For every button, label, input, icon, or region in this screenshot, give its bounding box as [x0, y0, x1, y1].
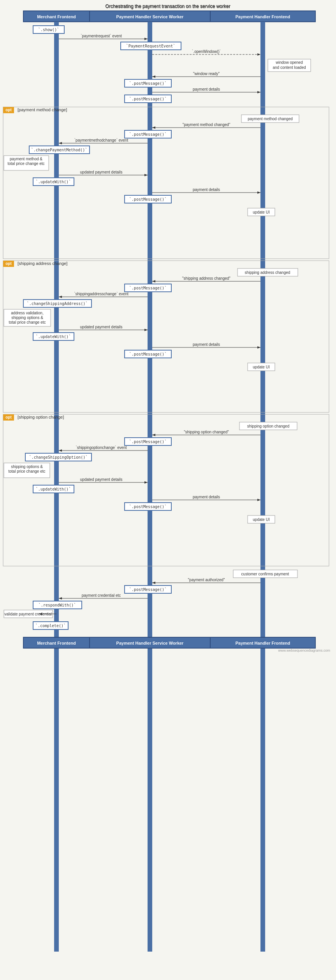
opt1-badge-label: opt [5, 108, 12, 112]
opt1-section-label: [payment method change] [18, 107, 67, 112]
so-changed-label: "shipping option changed" [184, 430, 229, 434]
so-postmessage-label: `.postMessage()` [129, 440, 167, 444]
window-opened-line1: window opened [275, 60, 303, 65]
updatewith-1-label: `.updateWith()` [36, 180, 71, 184]
update-ui-1-label: update UI [253, 210, 269, 214]
sw-header-label: Payment Handler Service Worker [116, 14, 184, 19]
addr-val-line1: address validation, [11, 311, 43, 315]
so-options-line1: shipping options & [11, 465, 43, 469]
credential-label: payment credential etc [82, 593, 121, 598]
post-message-1-label: `.postMessage()` [129, 81, 167, 86]
shipping-addr-changed-label: shipping address changed [245, 270, 290, 275]
opt3-section-label: [shipping option change] [18, 415, 64, 419]
pmchange-event-label: `paymentmethodchange` event [74, 138, 128, 142]
merchant-header-label: Merchant Frontend [37, 14, 76, 19]
pm-details-2-label: payment details [193, 188, 220, 192]
so-details-label: payment details [193, 495, 220, 499]
diagram-container: Orchestrating the payment transaction on… [0, 0, 336, 980]
payment-request-event-label: `PaymentRequestEvent` [126, 44, 175, 48]
customer-confirms-label: customer confirms payment [241, 572, 289, 576]
so-event-label: `shippingoptionchange` event [76, 445, 127, 450]
openwindow-label: `.openWindow()` [192, 49, 221, 54]
change-sa-label: `.changeShippingAddress()` [27, 302, 88, 306]
sa-postmessage-2-label: `.postMessage()` [129, 352, 167, 356]
sa-details-label: payment details [193, 342, 220, 347]
addr-val-line2: shipping options & [11, 316, 43, 320]
pm-total-line2: total price change etc [7, 161, 44, 166]
show-label: `.show()` [38, 28, 59, 32]
pm-changed-label: "payment method changed" [183, 123, 230, 127]
payment-auth-label: "payment authorized" [188, 578, 225, 582]
sw-lifeline [148, 22, 152, 952]
frontend-header-label: Payment Handler Frontend [236, 14, 290, 19]
pm-postmessage-label: `.postMessage()` [129, 132, 167, 137]
updated-so-label: updated payment details [80, 477, 123, 482]
payment-details-1-label: payment details [193, 87, 220, 91]
change-pm-label: `.changePaymentMethod()` [31, 148, 88, 152]
opt2-section-label: [shipping address change] [18, 261, 67, 266]
complete-label: `.complete()` [35, 624, 66, 628]
addr-val-line3: total price change etc [9, 320, 46, 324]
sa-postmessage-label: `.postMessage()` [129, 286, 167, 290]
update-ui-3-label: update UI [253, 517, 269, 522]
frontend-lifeline [260, 22, 265, 952]
opt2-badge-label: opt [5, 261, 12, 266]
watermark: www.websequencediagrams.com [278, 649, 330, 652]
opt3-badge-label: opt [5, 415, 12, 419]
so-options-line2: total price change etc [8, 469, 45, 473]
updatewith-2-label: `.updateWith()` [36, 335, 71, 339]
sa-changed-label: "shipping address changed" [182, 276, 230, 281]
sequence-diagram-svg: Orchestrating the payment transaction on… [0, 0, 336, 980]
pm-total-line1: payment method & [10, 157, 42, 161]
update-ui-2-label: update UI [253, 365, 269, 369]
change-so-label: `.changeShippingOption()` [29, 455, 88, 459]
post-message-2-label: `.postMessage()` [129, 97, 167, 101]
payment-method-changed-label: payment method changed [248, 117, 293, 121]
sw-footer-label: Payment Handler Service Worker [116, 641, 184, 645]
pm-postmessage-2-label: `.postMessage()` [129, 197, 167, 202]
window-opened-line2: and content loaded [273, 65, 306, 70]
sa-event-label: `shippingaddresschange` event [74, 292, 128, 296]
so-postmessage-2-label: `.postMessage()` [129, 505, 167, 509]
shipping-opt-changed-label: shipping option changed [247, 424, 289, 428]
title-text: Orchestrating the payment transaction on… [106, 4, 230, 9]
updated-sa-label: updated payment details [80, 325, 123, 329]
updatewith-3-label: `.updateWith()` [36, 487, 71, 491]
updated-pm-label: updated payment details [80, 170, 123, 174]
auth-postmessage-label: `.postMessage()` [129, 587, 167, 592]
frontend-footer-label: Payment Handler Frontend [236, 641, 290, 645]
window-ready-label: "window ready" [193, 72, 220, 76]
merchant-footer-label: Merchant Frontend [37, 641, 76, 645]
paymentrequest-label: `paymentrequest` event [81, 34, 122, 38]
respondwith-label: `.respondWith()` [39, 603, 76, 607]
